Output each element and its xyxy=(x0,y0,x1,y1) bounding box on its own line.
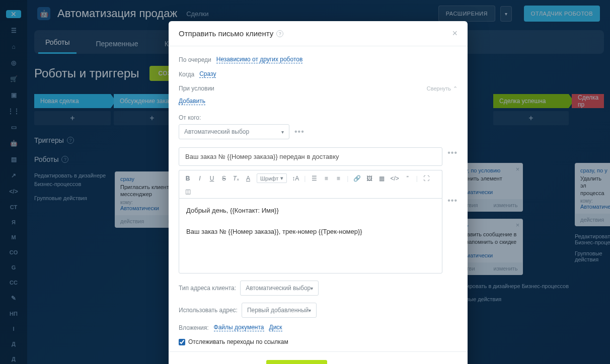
queue-label: По очереди xyxy=(179,56,211,63)
modal-close-button[interactable]: × xyxy=(452,28,458,39)
text-color-button[interactable]: A xyxy=(245,175,252,182)
attach-disk-link[interactable]: Диск xyxy=(269,324,282,331)
track-label: Отслеживать переходы по ссылкам xyxy=(188,338,288,345)
use-addr-select[interactable]: Первый добавленный ▾ xyxy=(242,303,317,318)
modal-body: По очереди Независимо от других роботов … xyxy=(169,46,468,351)
more-icon[interactable]: ••• xyxy=(447,196,458,205)
subject-input[interactable]: Ваш заказ № {{Номер заказа}} передан в д… xyxy=(179,147,442,166)
save-button[interactable]: СОХРАНИТЬ xyxy=(266,360,327,364)
underline-button[interactable]: U xyxy=(208,175,215,182)
split-button[interactable]: ◫ xyxy=(184,188,191,195)
code-button[interactable]: </> xyxy=(390,175,399,182)
modal-title: Отправить письмо клиенту xyxy=(179,29,273,38)
quote-button[interactable]: ” xyxy=(404,175,411,182)
fullscreen-button[interactable]: ⛶ xyxy=(423,175,430,182)
use-addr-label: Использовать адрес: xyxy=(179,307,238,314)
more-icon[interactable]: ••• xyxy=(294,127,304,136)
clear-format-button[interactable]: Tₓ xyxy=(233,175,240,182)
track-checkbox[interactable] xyxy=(179,339,185,345)
send-email-modal: Отправить письмо клиенту ? × По очереди … xyxy=(169,21,468,364)
collapse-button[interactable]: Свернуть ⌃ xyxy=(427,85,458,92)
when-label: Когда xyxy=(179,71,194,78)
ol-button[interactable]: ≡ xyxy=(323,175,330,182)
strike-button[interactable]: S xyxy=(220,175,227,182)
ul-button[interactable]: ☰ xyxy=(311,175,318,182)
modal-header: Отправить письмо клиенту ? × xyxy=(169,21,468,46)
size-button[interactable]: ↕A xyxy=(292,175,299,182)
condition-label: При условии xyxy=(179,85,214,92)
italic-button[interactable]: I xyxy=(196,175,203,182)
from-label: От кого: xyxy=(179,114,458,121)
editor-toolbar: B I U S Tₓ A Шрифт▾ ↕A | ☰ ≡ ≡ | 🔗 🖼 ▦ xyxy=(179,170,442,198)
table-button[interactable]: ▦ xyxy=(378,175,385,182)
queue-value[interactable]: Независимо от других роботов xyxy=(216,56,303,63)
attach-label: Вложения: xyxy=(179,324,209,331)
add-condition-button[interactable]: Добавить xyxy=(179,98,205,105)
when-value[interactable]: Сразу xyxy=(199,70,216,78)
attach-doc-link[interactable]: Файлы документа xyxy=(214,324,264,331)
from-select[interactable]: Автоматический выбор ▾ xyxy=(179,124,289,139)
align-button[interactable]: ≡ xyxy=(335,175,342,182)
addr-type-select[interactable]: Автоматический выбор ▾ xyxy=(240,281,319,296)
chevron-down-icon: ▾ xyxy=(311,286,313,291)
bold-button[interactable]: B xyxy=(184,175,191,182)
editor-body[interactable]: Добрый день, {{Контакт: Имя}} Ваш заказ … xyxy=(179,198,442,274)
more-icon[interactable]: ••• xyxy=(447,148,458,157)
modal-footer: СОХРАНИТЬ ОТМЕНИТЬ xyxy=(169,351,468,364)
font-select[interactable]: Шрифт▾ xyxy=(257,173,287,183)
chevron-down-icon: ▾ xyxy=(309,308,311,313)
link-button[interactable]: 🔗 xyxy=(353,175,361,182)
image-button[interactable]: 🖼 xyxy=(366,175,373,182)
help-icon[interactable]: ? xyxy=(276,30,283,37)
chevron-down-icon: ▾ xyxy=(281,129,284,135)
addr-type-label: Тип адреса клиента: xyxy=(179,285,236,292)
